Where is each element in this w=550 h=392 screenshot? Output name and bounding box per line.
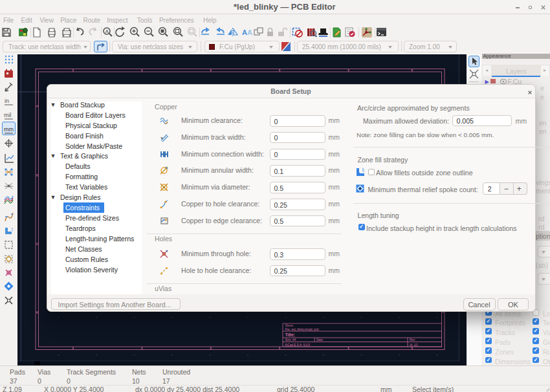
svg-text:Date:: Date: (316, 338, 324, 342)
svg-text:Title:: Title: (285, 332, 295, 337)
svg-text:in: in (5, 98, 9, 104)
svg-text:A: A (105, 28, 109, 34)
svg-text:A: A (242, 28, 247, 36)
svg-text:Sheet:: Sheet: (285, 324, 294, 327)
svg-text:Rev:: Rev: (410, 338, 415, 342)
svg-text:KiCad E.D.A. 6.0.0: KiCad E.D.A. 6.0.0 (285, 343, 311, 347)
svg-text:B: B (36, 174, 38, 177)
svg-text:mm: mm (4, 126, 14, 133)
svg-text:Id: 1/1: Id: 1/1 (410, 343, 418, 347)
svg-text:File: led_blinky.kicad_pcb: File: led_blinky.kicad_pcb (285, 328, 319, 331)
svg-text:A: A (36, 105, 38, 108)
svg-text:mil: mil (4, 112, 12, 118)
svg-text:Size: A4: Size: A4 (285, 338, 296, 342)
svg-text:A: A (247, 28, 252, 36)
